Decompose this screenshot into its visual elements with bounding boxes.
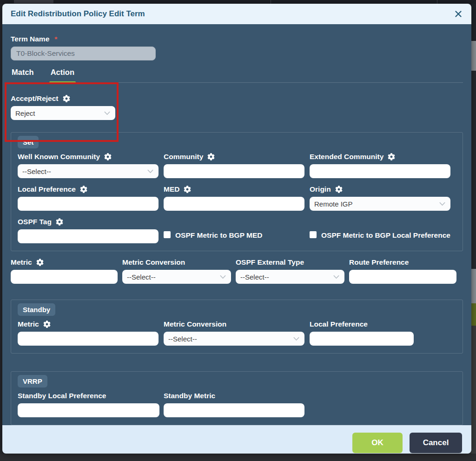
checkbox-icon[interactable] [164,231,171,238]
metric-conversion-field: Metric Conversion --Select-- [122,258,231,284]
standby-metric-conversion-select[interactable]: --Select-- [164,332,304,346]
modal-header: Edit Redistribution Policy Edit Term [2,4,471,24]
standby-local-preference-input[interactable] [310,332,414,346]
chevron-down-icon [439,200,446,207]
standby-metric-input[interactable] [18,332,159,346]
standby-metric-label: Metric [18,320,39,328]
local-preference-label: Local Preference [18,185,76,194]
origin-field: Origin Remote IGP [310,185,450,211]
ospf-metric-to-bgp-local-preference-label: OSPF Metric to BGP Local Preference [321,229,450,241]
metric-row: Metric Metric Conversion --Select-- OSPF… [11,258,463,284]
tab-match[interactable]: Match [11,67,35,82]
local-preference-field: Local Preference [18,185,159,211]
med-input[interactable] [164,197,304,211]
accept-reject-select-value: Reject [15,109,35,117]
chevron-down-icon [293,335,300,342]
vrrp-standby-metric-field: Standby Metric [164,391,304,417]
well-known-community-select[interactable]: --Select-- [18,164,159,178]
page-background: Edit Redistribution Policy Edit Term Ter… [0,0,476,461]
accept-reject-label: Accept/Reject [11,94,59,103]
term-name-label: Term Name [11,35,49,43]
tab-match-label: Match [12,68,34,76]
ospf-tag-label: OSPF Tag [18,218,52,226]
vrrp-standby-local-preference-field: Standby Local Preference [18,391,159,417]
extended-community-field: Extended Community [310,152,450,178]
gear-icon[interactable] [80,186,87,193]
set-section-legend: Set [18,136,39,148]
gear-icon[interactable] [388,153,395,160]
close-icon[interactable] [454,9,463,19]
extended-community-input[interactable] [310,164,450,178]
route-preference-input[interactable] [349,270,456,284]
metric-conversion-label: Metric Conversion [122,258,185,267]
ospf-external-type-select[interactable]: --Select-- [236,270,344,284]
origin-label: Origin [310,185,331,194]
term-name-field: Term Name* [11,34,156,60]
ospf-metric-to-bgp-med-checkbox[interactable]: OSPF Metric to BGP MED [164,217,304,243]
accept-reject-select[interactable]: Reject [11,106,115,120]
standby-metric-conversion-label: Metric Conversion [164,320,226,328]
vrrp-standby-metric-input[interactable] [164,403,304,417]
vrrp-standby-local-preference-input[interactable] [18,403,159,417]
med-label: MED [164,185,179,194]
route-preference-field: Route Preference [349,258,456,284]
background-text-fragment [14,0,53,3]
community-input[interactable] [164,164,304,178]
term-name-input [11,47,156,60]
cancel-button[interactable]: Cancel [410,433,462,453]
ok-button[interactable]: OK [352,433,403,453]
community-label: Community [164,153,203,161]
modal-footer: OK Cancel [2,425,471,454]
gear-icon[interactable] [184,186,191,193]
required-marker: * [54,35,57,43]
active-tab-underline [49,81,76,84]
standby-metric-conversion-field: Metric Conversion --Select-- [164,320,304,346]
tab-action-label: Action [51,68,74,76]
background-bottom-sliver [0,454,476,461]
ospf-tag-input[interactable] [18,229,159,243]
gear-icon[interactable] [104,153,112,160]
background-divider [437,0,437,4]
ospf-external-type-field: OSPF External Type --Select-- [236,258,344,284]
standby-local-preference-field: Local Preference [310,320,414,346]
metric-label: Metric [11,258,32,267]
gear-icon[interactable] [207,153,215,160]
ospf-metric-to-bgp-local-preference-checkbox[interactable]: OSPF Metric to BGP Local Preference [310,217,450,243]
tab-action[interactable]: Action [50,67,75,82]
chevron-down-icon [333,274,340,281]
edit-redistribution-policy-term-modal: Edit Redistribution Policy Edit Term Ter… [2,4,471,454]
accept-reject-field: Accept/Reject Reject [11,94,115,120]
standby-metric-conversion-select-value: --Select-- [168,335,197,343]
standby-local-preference-label: Local Preference [310,320,368,328]
chevron-down-icon [147,168,154,175]
vrrp-section: VRRP Standby Local Preference Standby Me… [11,371,463,425]
ospf-metric-to-bgp-med-label: OSPF Metric to BGP MED [175,229,262,241]
well-known-community-field: Well Known Community --Select-- [18,152,159,178]
metric-field: Metric [11,258,118,284]
chevron-down-icon [219,274,226,281]
ospf-external-type-select-value: --Select-- [240,273,269,281]
metric-input[interactable] [11,270,118,284]
tab-bar: Match Action [11,67,463,83]
modal-title: Edit Redistribution Policy Edit Term [11,9,145,19]
checkbox-icon[interactable] [310,231,317,238]
well-known-community-select-value: --Select-- [22,167,51,175]
vrrp-standby-local-preference-label: Standby Local Preference [18,392,106,400]
extended-community-label: Extended Community [310,153,383,161]
route-preference-label: Route Preference [349,258,409,267]
ospf-external-type-label: OSPF External Type [236,258,304,267]
gear-icon[interactable] [36,259,44,266]
set-section: Set Well Known Community --Select-- Comm… [11,132,463,251]
origin-select[interactable]: Remote IGP [310,197,450,211]
metric-conversion-select[interactable]: --Select-- [122,270,231,284]
gear-icon[interactable] [43,321,51,328]
ospf-tag-field: OSPF Tag [18,217,159,243]
gear-icon[interactable] [335,186,343,193]
gear-icon[interactable] [63,95,70,102]
origin-select-value: Remote IGP [314,200,353,208]
chevron-down-icon [104,110,111,117]
modal-body: Term Name* Match Action Accept/Reject [2,24,471,425]
local-preference-input[interactable] [18,197,159,211]
gear-icon[interactable] [56,218,63,226]
well-known-community-label: Well Known Community [18,153,100,161]
